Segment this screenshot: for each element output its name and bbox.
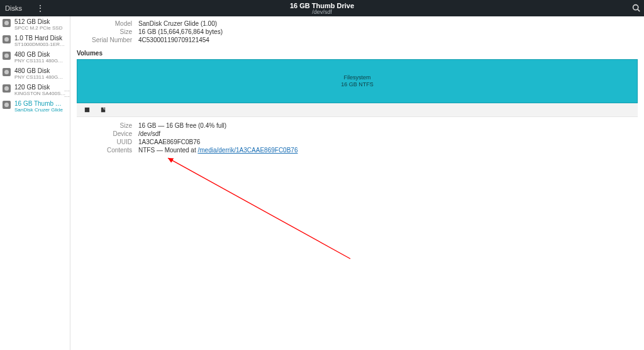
sidebar-item-disk[interactable]: 1.0 TB Hard DiskST1000DM003-1ER162: [0, 33, 70, 49]
label-serial: Serial Number: [77, 37, 132, 43]
disk-icon: [3, 52, 11, 60]
disk-model: KINGSTON SA400S37120G: [14, 91, 66, 96]
volume-toolbar: [77, 103, 638, 117]
disk-name: 512 GB Disk: [14, 18, 62, 25]
disk-list: 512 GB DiskSPCC M.2 PCIe SSD 1.0 TB Hard…: [0, 16, 70, 350]
value-pcontents: NTFS — Mounted at /media/derrik/1A3CAAE8…: [138, 147, 297, 154]
main-panel: Model SanDisk Cruzer Glide (1.00) Size 1…: [70, 16, 644, 350]
volumes-header: Volumes: [77, 50, 638, 57]
value-size: 16 GB (15,664,676,864 bytes): [138, 28, 223, 35]
disk-icon: [3, 35, 11, 43]
disk-name: 480 GB Disk: [14, 51, 66, 58]
sidebar-item-disk[interactable]: 480 GB DiskPNY CS1311 480GB SSD: [0, 49, 70, 65]
disk-name: 16 GB Thumb Drive: [14, 100, 66, 107]
mount-point-link[interactable]: /media/derrik/1A3CAAE869FC0B76: [197, 147, 297, 154]
disk-name: 1.0 TB Hard Disk: [14, 35, 66, 42]
disk-model: SanDisk Cruzer Glide: [14, 107, 66, 113]
disk-name: 480 GB Disk: [14, 67, 66, 74]
value-puuid: 1A3CAAE869FC0B76: [138, 138, 200, 145]
svg-rect-2: [84, 108, 89, 112]
value-pdevice: /dev/sdf: [138, 130, 160, 137]
svg-line-4: [168, 158, 350, 259]
volume-fs-label: Filesystem: [341, 74, 374, 81]
app-name: Disks: [5, 4, 22, 12]
disk-model: SPCC M.2 PCIe SSD: [14, 25, 62, 31]
value-serial: 4C530001190709121454: [138, 37, 209, 43]
sidebar-item-disk[interactable]: 512 GB DiskSPCC M.2 PCIe SSD: [0, 16, 70, 33]
sidebar-item-disk[interactable]: 16 GB Thumb DriveSanDisk Cruzer Glide: [0, 98, 70, 115]
disk-icon: [3, 68, 11, 76]
label-pcontents: Contents: [77, 147, 132, 154]
disk-name: 120 GB Disk: [14, 84, 66, 91]
contents-text: NTFS — Mounted at: [138, 147, 197, 154]
label-psize: Size: [77, 122, 132, 129]
volume-caption: Filesystem 16 GB NTFS: [341, 74, 374, 88]
window-subtitle: /dev/sdf: [290, 9, 354, 15]
svg-point-3: [104, 108, 105, 109]
sidebar-item-disk[interactable]: 480 GB DiskPNY CS1311 480GB SSD: [0, 65, 70, 82]
label-puuid: UUID: [77, 138, 132, 145]
pane-resize-handle[interactable]: ⋮⋮: [64, 88, 70, 99]
disk-model: PNY CS1311 480GB SSD: [14, 74, 66, 80]
sidebar-item-disk[interactable]: 120 GB DiskKINGSTON SA400S37120G: [0, 82, 70, 98]
search-icon[interactable]: [632, 4, 640, 13]
volume-partition[interactable]: Filesystem 16 GB NTFS: [77, 59, 638, 103]
disk-icon: [3, 101, 11, 109]
disk-icon: [3, 19, 11, 27]
annotation-arrow: [162, 155, 363, 268]
label-pdevice: Device: [77, 130, 132, 137]
svg-point-0: [633, 4, 638, 9]
titlebar: Disks ⋮ 16 GB Thumb Drive /dev/sdf: [0, 0, 644, 16]
volume-fs-size: 16 GB NTFS: [341, 81, 374, 88]
disk-icon: [3, 84, 11, 93]
disk-model: ST1000DM003-1ER162: [14, 42, 66, 47]
label-model: Model: [77, 20, 132, 27]
value-psize: 16 GB — 16 GB free (0.4% full): [138, 122, 226, 129]
unmount-button[interactable]: [83, 106, 91, 114]
value-model: SanDisk Cruzer Glide (1.00): [138, 20, 217, 27]
label-size: Size: [77, 28, 132, 35]
svg-line-1: [638, 9, 640, 11]
app-menu-button[interactable]: ⋮: [36, 3, 45, 13]
disk-model: PNY CS1311 480GB SSD: [14, 58, 66, 64]
volume-settings-button[interactable]: [99, 106, 107, 114]
